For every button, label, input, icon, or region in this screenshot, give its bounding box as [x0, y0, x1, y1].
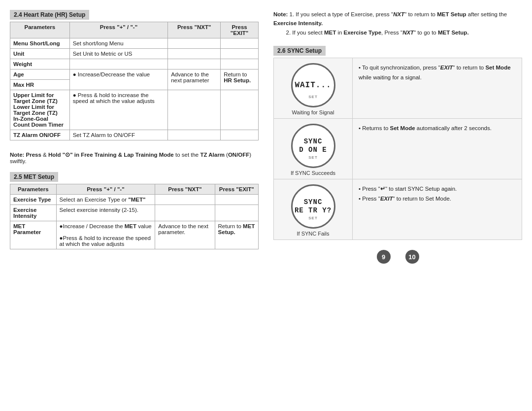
- table-row: Weight: [10, 59, 259, 69]
- met-setup-table: Parameters Press "+" / "-" Press "NXT" P…: [10, 184, 259, 249]
- param-menu: Menu Short/Long: [10, 38, 70, 49]
- device-wait: WAIT... SET: [291, 63, 335, 107]
- val-exercise-type: Select an Exercise Type or "MET": [56, 195, 155, 205]
- sync-image-fails: SYNCRE TR Y? SET If SYNC Fails: [274, 179, 353, 240]
- page-container: 2.4 Heart Rate (HR) Setup Parameters Pre…: [10, 10, 522, 264]
- sync-desc-fails: • Press "↵" to start SYNC Setup again. •…: [353, 179, 522, 240]
- val-unit-plus: Set Unit to Metric or US: [69, 49, 168, 59]
- device-retry-text: SYNCRE TR Y?: [295, 198, 332, 215]
- param-age: Age: [10, 69, 70, 80]
- met-setup-section: 2.5 MET Setup Parameters Press "+" / "-"…: [10, 172, 259, 249]
- sync-image-waiting: WAIT... SET Waiting for Signal: [274, 58, 353, 118]
- met-col-exit: Press "EXIT": [215, 184, 258, 195]
- param-weight: Weight: [10, 59, 70, 69]
- table-row: Upper Limit for Target Zone (TZ)Lower Li…: [10, 90, 259, 130]
- val-presshold: ● Press & hold to increase the speed at …: [69, 90, 168, 130]
- table-row: Exercise Type Select an Exercise Type or…: [10, 195, 259, 205]
- hr-col-nxt: Press "NXT": [168, 22, 221, 38]
- note1: Note: Press & Hold "⊙" in Free Training …: [10, 151, 259, 164]
- sync-setup-section: 2.6 SYNC Setup WAIT... SET Waiting for S…: [273, 46, 522, 240]
- device-wait-set: SET: [308, 95, 318, 99]
- param-alarm: TZ Alarm ON/OFF: [10, 130, 70, 140]
- table-row: Exercise Intensity Select exercise inten…: [10, 205, 259, 221]
- hr-col-exit: Press "EXIT": [221, 22, 259, 38]
- device-wait-text: WAIT...: [295, 81, 331, 90]
- table-row: Menu Short/Long Set short/long Menu: [10, 38, 259, 49]
- val-met-exit: Return to MET Setup.: [215, 221, 258, 249]
- sync-desc-waiting: • To quit synchronization, press "EXIT" …: [353, 58, 522, 118]
- param-exercise-intensity: Exercise Intensity: [10, 205, 57, 221]
- val-met: ●Increase / Decrease the MET value●Press…: [56, 221, 155, 249]
- param-met: MET Parameter: [10, 221, 57, 249]
- page-num-9: 9: [377, 250, 391, 264]
- table-row: Unit Set Unit to Metric or US: [10, 49, 259, 59]
- device-retry: SYNCRE TR Y? SET: [291, 184, 335, 229]
- param-tz: Upper Limit for Target Zone (TZ)Lower Li…: [10, 90, 70, 130]
- device-done: SYNCD ON E SET: [291, 124, 335, 168]
- succeeds-label: If SYNC Succeeds: [291, 170, 335, 176]
- val-alarm: Set TZ Alarm to ON/OFF: [69, 130, 168, 140]
- hr-setup-title: 2.4 Heart Rate (HR) Setup: [10, 10, 89, 20]
- met-setup-title: 2.5 MET Setup: [10, 172, 58, 182]
- met-col-plus: Press "+" / "-": [56, 184, 155, 195]
- sync-setup-title: 2.6 SYNC Setup: [273, 46, 326, 56]
- device-retry-set: SET: [308, 216, 318, 220]
- table-row: MET Parameter ●Increase / Decrease the M…: [10, 221, 259, 249]
- hr-setup-section: 2.4 Heart Rate (HR) Setup Parameters Pre…: [10, 10, 259, 140]
- sync-row-waiting: WAIT... SET Waiting for Signal • To quit…: [274, 58, 522, 119]
- val-increase: ● Increase/Decrease the value: [69, 69, 168, 90]
- sync-row-fails: SYNCRE TR Y? SET If SYNC Fails • Press "…: [274, 179, 522, 240]
- param-unit: Unit: [10, 49, 70, 59]
- met-col-nxt: Press "NXT": [155, 184, 215, 195]
- val-menu-plus: Set short/long Menu: [69, 38, 168, 49]
- hr-setup-table: Parameters Press "+" / "-" Press "NXT" P…: [10, 22, 259, 140]
- val-return-hr: Return to HR Setup.: [221, 69, 259, 90]
- val-advance: Advance to the next parameter: [168, 69, 221, 90]
- sync-row-succeeds: SYNCD ON E SET If SYNC Succeeds • Return…: [274, 119, 522, 179]
- table-row: TZ Alarm ON/OFF Set TZ Alarm to ON/OFF: [10, 130, 259, 140]
- sync-image-succeeds: SYNCD ON E SET If SYNC Succeeds: [274, 119, 353, 179]
- right-notes: Note: 1. If you select a type of Exercis…: [273, 10, 522, 37]
- val-exercise-intensity: Select exercise intensity (2-15).: [56, 205, 155, 221]
- hr-col-plus: Press "+" / "-": [69, 22, 168, 38]
- waiting-label: Waiting for Signal: [292, 109, 334, 115]
- sync-desc-succeeds: • Returns to Set Mode automatically afte…: [353, 119, 522, 179]
- page-numbers-area: 9 10: [273, 250, 522, 264]
- left-column: 2.4 Heart Rate (HR) Setup Parameters Pre…: [10, 10, 259, 264]
- param-maxhr: Max HR: [10, 80, 70, 90]
- table-row: Age ● Increase/Decrease the value Advanc…: [10, 69, 259, 80]
- right-column: Note: 1. If you select a type of Exercis…: [273, 10, 522, 264]
- device-done-text: SYNCD ON E: [299, 137, 327, 154]
- device-done-set: SET: [308, 155, 318, 160]
- val-met-nxt: Advance to the next parameter.: [155, 221, 215, 249]
- hr-col-params: Parameters: [10, 22, 70, 38]
- met-col-params: Parameters: [10, 184, 57, 195]
- sync-table: WAIT... SET Waiting for Signal • To quit…: [273, 58, 522, 240]
- page-num-10: 10: [405, 250, 419, 264]
- fails-label: If SYNC Fails: [297, 231, 329, 237]
- param-exercise-type: Exercise Type: [10, 195, 57, 205]
